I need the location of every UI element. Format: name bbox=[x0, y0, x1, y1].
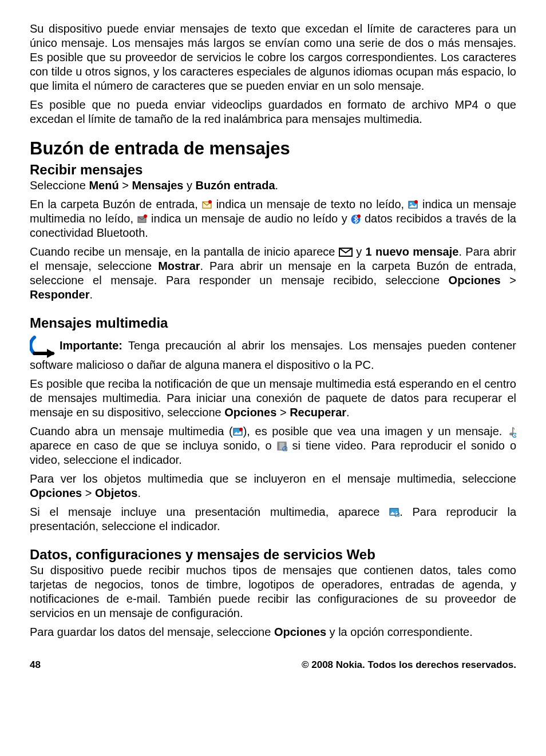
svg-rect-15 bbox=[278, 442, 279, 450]
intro-paragraph-2: Es posible que no pueda enviar videoclip… bbox=[30, 98, 516, 126]
page-number: 48 bbox=[30, 659, 41, 671]
text: indica un mensaje de texto no leído, bbox=[212, 198, 408, 210]
text: Seleccione bbox=[30, 179, 89, 192]
text: > bbox=[276, 406, 290, 419]
unread-text-icon bbox=[202, 200, 212, 209]
unread-mms-icon bbox=[408, 200, 418, 209]
svg-point-6 bbox=[144, 214, 147, 218]
mostrar-bold: Mostrar bbox=[158, 260, 200, 272]
text: > bbox=[82, 487, 95, 499]
importante-label: Importante: bbox=[60, 339, 128, 352]
heading-multimedia: Mensajes multimedia bbox=[30, 315, 516, 332]
data-paragraph-1: Su dispositivo puede recibir muchos tipo… bbox=[30, 563, 516, 620]
important-arrow-icon bbox=[30, 335, 57, 358]
mm-presentation-paragraph: Si el mensaje incluye una presentación m… bbox=[30, 505, 516, 534]
text: Para ver los objetos multimedia que se i… bbox=[30, 472, 516, 485]
svg-point-3 bbox=[410, 203, 412, 205]
text: y bbox=[183, 179, 195, 192]
text: > bbox=[119, 179, 132, 192]
svg-point-4 bbox=[414, 200, 418, 204]
text: . bbox=[89, 288, 93, 301]
text: Si el mensaje incluye una presentación m… bbox=[30, 506, 389, 518]
menu-bold: Menú bbox=[89, 179, 118, 192]
mm-open-paragraph: Cuando abra un mensaje multimedia (), es… bbox=[30, 424, 516, 467]
text: Cuando recibe un mensaje, en la pantalla… bbox=[30, 245, 339, 258]
sound-note-icon bbox=[507, 426, 516, 437]
one-new-message: 1 nuevo mensaje bbox=[366, 245, 459, 258]
text: indica un mensaje de audio no leído y bbox=[148, 212, 351, 225]
responder-bold: Responder bbox=[30, 288, 89, 301]
recuperar-bold: Recuperar bbox=[290, 406, 346, 419]
objetos-bold: Objetos bbox=[95, 487, 137, 499]
opciones-bold: Opciones bbox=[224, 406, 276, 419]
text: > bbox=[501, 274, 516, 287]
intro-paragraph-1: Su dispositivo puede enviar mensajes de … bbox=[30, 22, 516, 93]
text: ), es posible que vea una imagen y un me… bbox=[243, 425, 507, 437]
text: Cuando abra un mensaje multimedia ( bbox=[30, 425, 233, 437]
text: y la opción correspondiente. bbox=[326, 626, 473, 638]
copyright: © 2008 Nokia. Todos los derechos reserva… bbox=[302, 659, 516, 671]
video-clip-icon bbox=[277, 441, 287, 451]
mensajes-bold: Mensajes bbox=[132, 179, 183, 192]
inbox-icons-paragraph: En la carpeta Buzón de entrada, indica u… bbox=[30, 197, 516, 240]
important-paragraph: Importante: Tenga precaución al abrir lo… bbox=[30, 335, 516, 372]
unread-audio-icon bbox=[137, 214, 148, 224]
text: En la carpeta Buzón de entrada, bbox=[30, 198, 202, 210]
mm-retrieve-paragraph: Es posible que reciba la notificación de… bbox=[30, 377, 516, 420]
heading-receive: Recibir mensajes bbox=[30, 161, 516, 178]
presentation-icon bbox=[389, 508, 399, 517]
heading-inbox: Buzón de entrada de mensajes bbox=[30, 138, 516, 160]
mm-objects-paragraph: Para ver los objetos multimedia que se i… bbox=[30, 472, 516, 500]
mms-opened-icon bbox=[233, 428, 243, 436]
text: aparece en caso de que se incluya sonido… bbox=[30, 439, 277, 452]
text: . bbox=[346, 406, 350, 419]
receive-message-paragraph: Cuando recibe un mensaje, en la pantalla… bbox=[30, 245, 516, 302]
opciones-bold: Opciones bbox=[274, 626, 326, 638]
buzon-bold: Buzón entrada bbox=[196, 179, 275, 192]
svg-point-11 bbox=[239, 428, 243, 431]
opciones-bold: Opciones bbox=[30, 487, 82, 499]
svg-point-1 bbox=[208, 200, 212, 204]
select-path: Seleccione Menú > Mensajes y Buzón entra… bbox=[30, 178, 516, 193]
page-footer: 48 © 2008 Nokia. Todos los derechos rese… bbox=[30, 659, 516, 671]
text: y bbox=[353, 245, 366, 258]
envelope-icon bbox=[339, 248, 353, 257]
text: Para guardar los datos del mensaje, sele… bbox=[30, 626, 274, 638]
opciones-bold: Opciones bbox=[449, 274, 501, 287]
text: . bbox=[275, 179, 279, 192]
data-paragraph-2: Para guardar los datos del mensaje, sele… bbox=[30, 625, 516, 639]
text: . bbox=[137, 487, 141, 499]
heading-data: Datos, configuraciones y mensajes de ser… bbox=[30, 546, 516, 563]
bluetooth-icon bbox=[351, 214, 361, 224]
